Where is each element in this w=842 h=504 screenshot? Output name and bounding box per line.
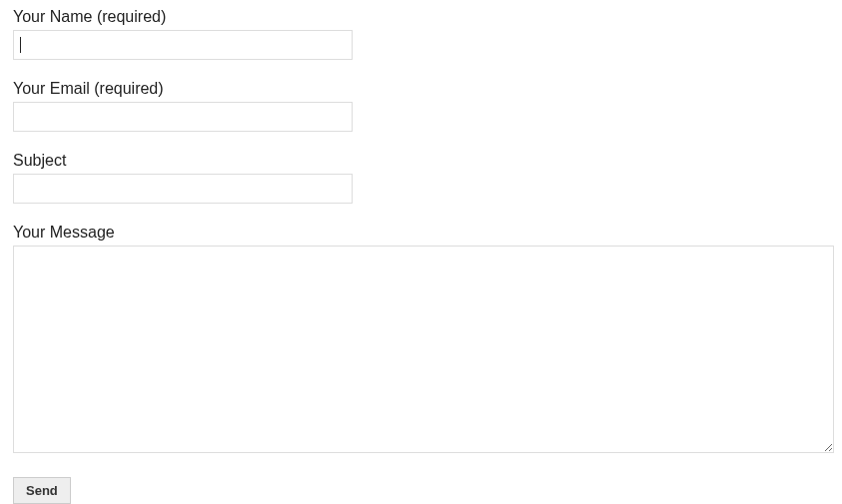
text-cursor-icon <box>20 37 21 53</box>
send-button[interactable]: Send <box>13 477 71 504</box>
name-group: Your Name (required) <box>13 8 829 60</box>
email-group: Your Email (required) <box>13 80 829 132</box>
subject-label: Subject <box>13 152 829 170</box>
subject-input[interactable] <box>13 174 353 204</box>
message-group: Your Message <box>13 224 829 457</box>
subject-group: Subject <box>13 152 829 204</box>
name-input[interactable] <box>13 30 353 60</box>
message-label: Your Message <box>13 224 829 242</box>
name-label: Your Name (required) <box>13 8 829 26</box>
contact-form: Your Name (required) Your Email (require… <box>13 8 829 504</box>
message-textarea[interactable] <box>13 246 834 453</box>
email-input[interactable] <box>13 102 353 132</box>
email-label: Your Email (required) <box>13 80 829 98</box>
name-input-wrap <box>13 30 829 60</box>
